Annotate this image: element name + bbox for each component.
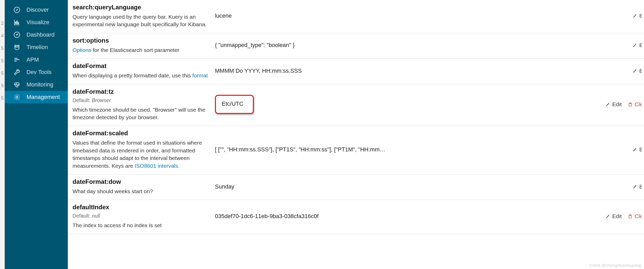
pencil-icon xyxy=(606,214,610,219)
setting-description-column: sort:optionsOptions for the Elasticsearc… xyxy=(68,37,212,54)
wrench-icon xyxy=(13,68,21,76)
pencil-icon xyxy=(633,147,637,152)
setting-description: What day should weeks start on? xyxy=(73,187,208,195)
setting-description: Values that define the format used in si… xyxy=(73,139,208,170)
setting-default: Default: null xyxy=(73,213,208,219)
setting-row-date-format: dateFormatWhen displaying a pretty forma… xyxy=(68,59,644,84)
gear-icon xyxy=(13,93,21,101)
sidebar-item-label: Dashboard xyxy=(27,31,55,38)
edit-action[interactable]: E xyxy=(633,146,642,153)
setting-description: Which timezone should be used. "Browser"… xyxy=(73,106,208,121)
sidebar-item-monitoring[interactable]: Monitoring xyxy=(5,78,68,91)
setting-name: dateFormat xyxy=(73,62,208,70)
setting-actions: EditCle xyxy=(592,88,644,121)
pencil-icon xyxy=(606,102,610,107)
edit-action[interactable]: Edit xyxy=(606,213,622,219)
setting-desc-link[interactable]: ISO8601 intervals. xyxy=(135,163,180,169)
compass-icon xyxy=(13,6,21,14)
sidebar-item-apm[interactable]: APM xyxy=(5,53,68,66)
setting-actions: E xyxy=(592,37,644,54)
pencil-icon xyxy=(633,69,637,73)
highlighted-value-box: Etc/UTC xyxy=(215,95,254,114)
sidebar-item-label: APM xyxy=(27,56,39,63)
main-content: search:queryLanguageQuery language used … xyxy=(68,0,644,269)
setting-description: Options for the Elasticsearch sort param… xyxy=(73,46,208,54)
sidebar-item-dev-tools[interactable]: Dev Tools xyxy=(5,66,68,78)
edit-action[interactable]: E xyxy=(633,184,642,190)
setting-name: search:queryLanguage xyxy=(73,4,208,11)
setting-name: dateFormat:dow xyxy=(73,178,208,185)
sidebar-item-management[interactable]: Management xyxy=(5,91,68,103)
setting-actions: E xyxy=(592,62,644,79)
sidebar-item-label: Management xyxy=(27,94,60,100)
watermark: CSDN @ChengHuanHuaning xyxy=(589,263,641,267)
setting-desc-link[interactable]: Options xyxy=(73,47,91,53)
setting-description-column: dateFormatWhen displaying a pretty forma… xyxy=(68,62,212,79)
setting-description-column: dateFormat:dowWhat day should weeks star… xyxy=(68,178,212,195)
sidebar-item-label: Dev Tools xyxy=(27,69,51,76)
setting-value: lucene xyxy=(212,4,592,28)
pencil-icon xyxy=(633,43,637,48)
bar-chart-icon xyxy=(13,18,21,26)
sidebar-item-timelion[interactable]: Timelion xyxy=(5,41,68,53)
setting-description-column: defaultIndexDefault: nullThe index to ac… xyxy=(68,204,212,229)
sidebar-item-label: Monitoring xyxy=(27,81,53,88)
clear-action[interactable]: Cle xyxy=(628,213,642,219)
setting-name: dateFormat:scaled xyxy=(73,130,208,137)
setting-value: 035def70-1dc6-11eb-9ba3-038cfa316c0f xyxy=(212,204,592,229)
setting-row-default-index: defaultIndexDefault: nullThe index to ac… xyxy=(68,200,644,234)
setting-default: Default: Browser xyxy=(73,97,208,103)
setting-value: Etc/UTC xyxy=(212,88,592,121)
sidebar-logo-strip xyxy=(5,0,68,4)
setting-row-date-format-tz: dateFormat:tzDefault: BrowserWhich timez… xyxy=(68,84,644,126)
sidebar-item-dashboard[interactable]: Dashboard xyxy=(5,29,68,41)
apm-icon xyxy=(13,56,21,64)
setting-description: The index to access if no index is set xyxy=(73,221,208,229)
edit-action[interactable]: E xyxy=(633,13,642,19)
heartbeat-icon xyxy=(13,81,21,89)
edit-action[interactable]: E xyxy=(633,42,642,48)
background-numbers: 2455555 xyxy=(0,0,5,269)
setting-description: Query language used by the query bar. Ku… xyxy=(73,13,208,28)
setting-actions: E xyxy=(592,130,644,170)
setting-value: [ ["", "HH:mm:ss.SSS"], ["PT1S", "HH:mm:… xyxy=(212,130,592,170)
setting-value: MMMM Do YYYY, HH:mm:ss.SSS xyxy=(212,62,592,79)
setting-description-column: dateFormat:scaledValues that define the … xyxy=(68,130,212,170)
sidebar-item-label: Visualize xyxy=(27,19,49,26)
setting-row-date-format-dow: dateFormat:dowWhat day should weeks star… xyxy=(68,174,644,200)
app-root: DiscoverVisualizeDashboardTimelionAPMDev… xyxy=(0,0,644,269)
setting-description-column: dateFormat:tzDefault: BrowserWhich timez… xyxy=(68,88,212,121)
gauge-icon xyxy=(13,31,21,39)
setting-row-date-format-scaled: dateFormat:scaledValues that define the … xyxy=(68,126,644,174)
trash-icon xyxy=(628,102,633,107)
pencil-icon xyxy=(633,184,637,189)
sidebar-item-label: Discover xyxy=(27,6,49,13)
setting-name: defaultIndex xyxy=(73,204,208,211)
edit-action[interactable]: Edit xyxy=(606,101,622,107)
setting-row-sort-options: sort:optionsOptions for the Elasticsearc… xyxy=(68,33,644,59)
setting-desc-link[interactable]: format xyxy=(192,72,208,78)
setting-actions: E xyxy=(592,4,644,28)
setting-value: Sunday xyxy=(212,178,592,195)
setting-row-search-query-language: search:queryLanguageQuery language used … xyxy=(68,0,644,33)
bear-icon xyxy=(13,43,21,51)
setting-actions: E xyxy=(592,178,644,195)
sidebar-item-visualize[interactable]: Visualize xyxy=(5,16,68,29)
setting-actions: EditCle xyxy=(592,204,644,229)
sidebar-item-discover[interactable]: Discover xyxy=(5,4,68,16)
settings-table: search:queryLanguageQuery language used … xyxy=(68,0,644,234)
setting-description: When displaying a pretty formatted date,… xyxy=(73,72,208,79)
setting-value: { "unmapped_type": "boolean" } xyxy=(212,37,592,54)
edit-action[interactable]: E xyxy=(633,68,642,74)
setting-description-column: search:queryLanguageQuery language used … xyxy=(68,4,212,28)
pencil-icon xyxy=(633,14,637,18)
sidebar: DiscoverVisualizeDashboardTimelionAPMDev… xyxy=(5,0,68,269)
clear-action[interactable]: Cle xyxy=(628,101,642,107)
setting-name: sort:options xyxy=(73,37,208,44)
sidebar-item-label: Timelion xyxy=(27,44,48,51)
setting-name: dateFormat:tz xyxy=(73,88,208,95)
trash-icon xyxy=(628,214,633,219)
